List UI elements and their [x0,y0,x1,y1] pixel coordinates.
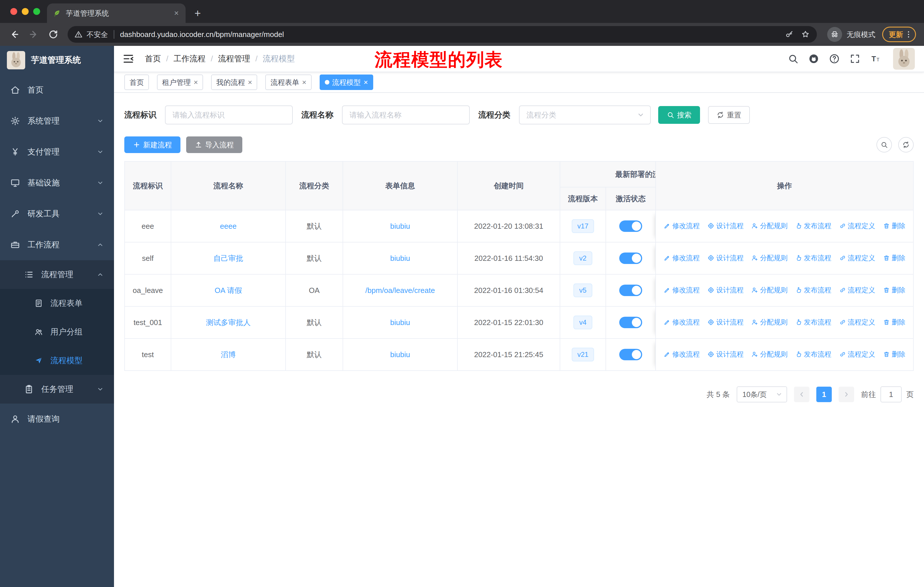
forward-button[interactable] [25,26,42,43]
process-name-input[interactable] [342,106,470,124]
design-process-link[interactable]: 设计流程 [708,317,744,327]
window-minimize-button[interactable] [22,8,29,15]
close-icon[interactable]: × [302,79,306,86]
sidebar-item-process-model[interactable]: 流程模型 [0,346,114,375]
tag-tenant[interactable]: 租户管理 × [157,74,203,90]
sidebar-item-task-management[interactable]: 任务管理 [0,375,114,403]
search-button[interactable]: 搜索 [658,106,700,124]
delete-process-link[interactable]: 删除 [883,350,905,359]
form-info-link[interactable]: biubiu [390,254,410,263]
form-info-link[interactable]: biubiu [390,318,410,327]
process-definition-link[interactable]: 流程定义 [839,350,875,359]
fullscreen-icon[interactable] [850,53,860,64]
publish-process-link[interactable]: 发布流程 [795,286,832,294]
status-toggle[interactable] [619,253,642,264]
process-definition-link[interactable]: 流程定义 [839,253,875,263]
edit-process-link[interactable]: 修改流程 [663,286,700,294]
publish-process-link[interactable]: 发布流程 [795,221,832,230]
assign-rule-link[interactable]: 分配规则 [751,350,787,359]
process-name-link[interactable]: 测试多审批人 [206,318,251,327]
assign-rule-link[interactable]: 分配规则 [751,317,787,327]
page-size-select[interactable]: 10条/页 [737,386,787,402]
form-info-link[interactable]: biubiu [390,350,410,359]
publish-process-link[interactable]: 发布流程 [795,253,832,263]
help-icon[interactable] [829,53,840,64]
tab-close-icon[interactable]: × [173,9,180,17]
sidebar-item-leave-query[interactable]: 请假查询 [0,403,114,435]
process-name-link[interactable]: 滔博 [221,350,236,359]
sidebar-item-process-form[interactable]: 流程表单 [0,289,114,317]
design-process-link[interactable]: 设计流程 [708,350,744,359]
sidebar-item-infra[interactable]: 基础设施 [0,167,114,198]
design-process-link[interactable]: 设计流程 [708,286,744,294]
delete-process-link[interactable]: 删除 [883,317,905,327]
design-process-link[interactable]: 设计流程 [708,253,744,263]
close-icon[interactable]: × [194,79,198,86]
search-icon[interactable] [788,53,799,64]
delete-process-link[interactable]: 删除 [883,221,905,230]
window-zoom-button[interactable] [33,8,40,15]
process-definition-link[interactable]: 流程定义 [839,221,875,230]
create-process-button[interactable]: 新建流程 [124,136,180,153]
tag-my-process[interactable]: 我的流程 × [211,74,257,90]
sidebar-item-payment[interactable]: 支付管理 [0,136,114,167]
assign-rule-link[interactable]: 分配规则 [751,253,787,263]
sidebar-item-workflow[interactable]: 工作流程 [0,229,114,260]
address-bar[interactable]: 不安全 dashboard.yudao.iocoder.cn/bpm/manag… [68,26,817,43]
prev-page-button[interactable] [794,387,809,402]
bookmark-star-icon[interactable] [801,30,810,39]
breadcrumb-home[interactable]: 首页 [145,53,173,64]
breadcrumb-workflow[interactable]: 工作流程 [173,53,218,64]
sidebar-item-user-group[interactable]: 用户分组 [0,317,114,346]
menu-collapse-button[interactable] [122,53,135,65]
app-logo[interactable]: 芋道管理系统 [0,46,114,74]
process-definition-link[interactable]: 流程定义 [839,286,875,294]
browser-menu-icon[interactable] [904,30,913,39]
reset-button[interactable]: 重置 [708,106,750,124]
status-toggle[interactable] [619,349,642,360]
page-number-current[interactable]: 1 [816,387,832,402]
process-name-link[interactable]: 自己审批 [213,254,243,263]
close-icon[interactable]: × [364,79,368,86]
process-definition-link[interactable]: 流程定义 [839,317,875,327]
status-toggle[interactable] [619,220,642,232]
password-key-icon[interactable] [785,30,794,39]
design-process-link[interactable]: 设计流程 [708,221,744,230]
edit-process-link[interactable]: 修改流程 [663,221,700,230]
assign-rule-link[interactable]: 分配规则 [751,221,787,230]
sidebar-item-devtools[interactable]: 研发工具 [0,198,114,229]
toggle-search-button[interactable] [876,137,892,152]
publish-process-link[interactable]: 发布流程 [795,317,832,327]
status-toggle[interactable] [619,317,642,328]
tag-home[interactable]: 首页 [124,74,149,90]
sidebar-item-system[interactable]: 系统管理 [0,106,114,136]
form-info-link[interactable]: biubiu [390,222,410,230]
process-name-link[interactable]: OA 请假 [214,286,242,294]
status-toggle[interactable] [619,284,642,296]
edit-process-link[interactable]: 修改流程 [663,350,700,359]
delete-process-link[interactable]: 删除 [883,253,905,263]
new-tab-button[interactable]: + [189,5,206,22]
font-size-icon[interactable] [870,53,881,64]
category-select[interactable]: 流程分类 [519,106,651,124]
refresh-table-button[interactable] [898,137,914,152]
publish-process-link[interactable]: 发布流程 [795,350,832,359]
user-avatar[interactable] [893,48,915,69]
sidebar-item-home[interactable]: 首页 [0,74,114,106]
close-icon[interactable]: × [248,79,252,86]
edit-process-link[interactable]: 修改流程 [663,317,700,327]
import-process-button[interactable]: 导入流程 [186,136,242,153]
process-name-link[interactable]: eeee [220,222,237,230]
next-page-button[interactable] [839,387,854,402]
back-button[interactable] [6,26,23,43]
process-id-input[interactable] [165,106,293,124]
tag-process-form[interactable]: 流程表单 × [265,74,311,90]
goto-page-input[interactable] [881,386,902,402]
breadcrumb-process-management[interactable]: 流程管理 [218,53,263,64]
reload-button[interactable] [45,26,62,43]
sidebar-item-process-management[interactable]: 流程管理 [0,260,114,289]
browser-update-chip[interactable]: 更新 [882,26,916,42]
assign-rule-link[interactable]: 分配规则 [751,286,787,294]
form-info-link[interactable]: /bpm/oa/leave/create [365,286,435,294]
github-icon[interactable] [808,53,819,64]
